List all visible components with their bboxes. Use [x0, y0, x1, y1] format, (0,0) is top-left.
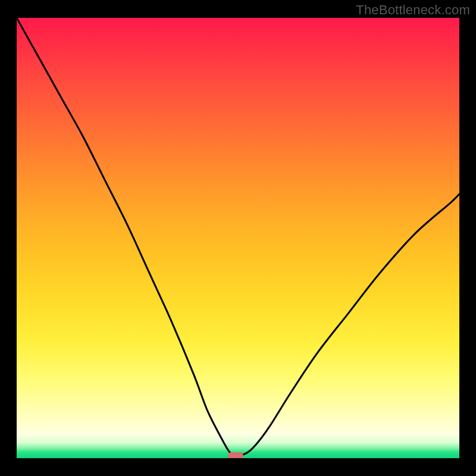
- minimum-marker: [228, 452, 243, 458]
- bottleneck-curve: [17, 18, 459, 458]
- chart-frame: TheBottleneck.com: [0, 0, 476, 476]
- plot-area: [17, 18, 459, 458]
- watermark-text: TheBottleneck.com: [356, 2, 470, 18]
